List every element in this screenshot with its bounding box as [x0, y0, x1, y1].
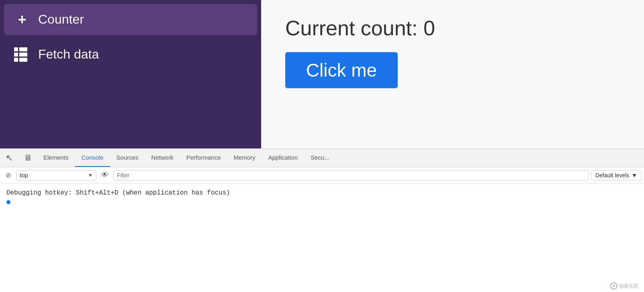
cursor-tool-button[interactable]: ↖ [0, 149, 18, 167]
console-output: Debugging hotkey: Shift+Alt+D (when appl… [0, 183, 644, 292]
clear-icon: ⊘ [6, 171, 11, 179]
monitor-icon: 🖥 [24, 153, 32, 162]
log-levels-dropdown[interactable]: Default levels ▼ [591, 170, 642, 180]
grid-icon [14, 47, 30, 62]
context-selector[interactable]: top ▼ [16, 170, 96, 180]
watermark-icon: ✕ [610, 282, 617, 290]
sidebar-item-fetch-data[interactable]: Fetch data [4, 39, 257, 70]
eye-icon[interactable]: 👁 [99, 171, 111, 179]
plus-icon: + [14, 12, 30, 27]
devtools-tabs-bar: ↖ 🖥 Elements Console Sources Network Per… [0, 149, 644, 167]
watermark: ✕ 创新互联 [610, 282, 638, 290]
console-toolbar: ⊘ top ▼ 👁 Default levels ▼ [0, 167, 644, 183]
console-cursor-line [6, 200, 638, 204]
tab-application[interactable]: Application [262, 149, 304, 167]
devtools-panel: ↖ 🖥 Elements Console Sources Network Per… [0, 148, 644, 292]
cursor-icon: ↖ [6, 153, 13, 163]
context-selector-value: top [20, 172, 86, 178]
count-display: Current count: 0 [285, 16, 620, 40]
click-me-button[interactable]: Click me [285, 52, 398, 88]
tab-elements[interactable]: Elements [37, 149, 75, 167]
sidebar-item-counter[interactable]: + Counter [4, 4, 257, 35]
chevron-down-icon: ▼ [88, 172, 93, 178]
watermark-text: 创新互联 [619, 283, 638, 290]
tab-console[interactable]: Console [75, 149, 110, 167]
log-levels-arrow-icon: ▼ [632, 172, 637, 178]
tab-memory[interactable]: Memory [227, 149, 262, 167]
sidebar-item-fetch-label: Fetch data [38, 47, 99, 62]
sidebar-item-counter-label: Counter [38, 12, 84, 27]
filter-input[interactable] [113, 170, 589, 180]
clear-console-button[interactable]: ⊘ [2, 170, 14, 181]
tab-network[interactable]: Network [145, 149, 180, 167]
console-message: Debugging hotkey: Shift+Alt+D (when appl… [6, 188, 638, 199]
tab-sources[interactable]: Sources [110, 149, 145, 167]
console-cursor-dot [6, 200, 10, 204]
sidebar: + Counter [0, 0, 261, 148]
tab-security[interactable]: Secu... [304, 149, 336, 167]
tab-performance[interactable]: Performance [180, 149, 227, 167]
content-area: Current count: 0 Click me [261, 0, 644, 148]
device-emulation-button[interactable]: 🖥 [18, 149, 37, 167]
log-levels-label: Default levels [595, 172, 629, 178]
